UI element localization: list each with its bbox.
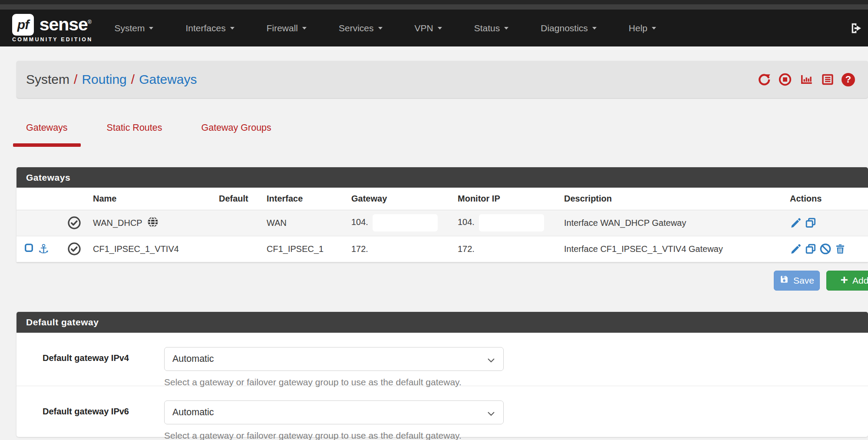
menu-services[interactable]: Services bbox=[339, 23, 383, 33]
default-gateway-ipv4-label: Default gateway IPv4 bbox=[43, 347, 158, 363]
chevron-down-icon bbox=[302, 27, 307, 30]
pfsense-logo-tile: pf bbox=[12, 14, 34, 36]
default-cell bbox=[212, 236, 260, 262]
gateways-panel-title: Gateways bbox=[17, 167, 868, 188]
menu-vpn[interactable]: VPN bbox=[415, 23, 442, 33]
chevron-down-icon bbox=[652, 27, 656, 30]
gateway-name-cell: CF1_IPSEC_1_VTIV4 bbox=[86, 236, 212, 262]
chevron-down-icon bbox=[378, 27, 383, 30]
add-button[interactable]: + Add bbox=[826, 271, 868, 291]
check-circle-icon bbox=[67, 242, 86, 256]
gateway-name-cell: WAN_DHCP bbox=[86, 210, 212, 236]
breadcrumb-system: System bbox=[26, 72, 69, 87]
tab-static-routes[interactable]: Static Routes bbox=[94, 116, 175, 147]
chevron-down-icon bbox=[438, 27, 442, 30]
interface-cell: WAN bbox=[260, 210, 344, 236]
gateways-panel: Gateways Name Default Interface Gateway … bbox=[17, 167, 868, 262]
actions-cell bbox=[783, 210, 868, 236]
breadcrumb-gateways-link[interactable]: Gateways bbox=[139, 72, 197, 87]
breadcrumb: System / Routing / Gateways bbox=[17, 61, 868, 98]
monitor-ip-cell: 104. bbox=[451, 210, 557, 236]
menu-diagnostics[interactable]: Diagnostics bbox=[541, 23, 597, 33]
menu-status[interactable]: Status bbox=[474, 23, 509, 33]
anchor-icon: ⚓ bbox=[38, 243, 49, 255]
breadcrumb-routing-link[interactable]: Routing bbox=[82, 72, 126, 87]
col-name: Name bbox=[86, 188, 212, 210]
help-icon[interactable]: ? bbox=[842, 73, 855, 86]
chevron-down-icon bbox=[149, 27, 153, 30]
monitor-ip-cell: 172. bbox=[451, 236, 557, 262]
col-row-icons bbox=[17, 188, 60, 210]
row-status-cell bbox=[60, 236, 86, 262]
default-gateway-ipv6-row: Default gateway IPv6 Automatic Select a … bbox=[17, 386, 868, 437]
tab-gateway-groups[interactable]: Gateway Groups bbox=[188, 116, 284, 147]
chevron-down-icon bbox=[504, 27, 508, 30]
interface-cell: CF1_IPSEC_1 bbox=[260, 236, 344, 262]
delete-icon[interactable] bbox=[834, 243, 846, 255]
col-gateway: Gateway bbox=[344, 188, 451, 210]
breadcrumb-actions: ? bbox=[757, 73, 855, 86]
row-status-cell bbox=[60, 210, 86, 236]
globe-icon bbox=[146, 215, 159, 231]
pfsense-gateways-page: pf sense® COMMUNITY EDITION System Inter… bbox=[0, 0, 868, 440]
tab-gateways[interactable]: Gateways bbox=[13, 116, 81, 147]
menu-interfaces[interactable]: Interfaces bbox=[185, 23, 234, 33]
menu-help[interactable]: Help bbox=[629, 23, 656, 33]
menu-firewall[interactable]: Firewall bbox=[267, 23, 307, 33]
table-actions-row: Save + Add bbox=[0, 271, 868, 291]
default-gateway-panel: Default gateway Default gateway IPv4 Aut… bbox=[17, 312, 868, 437]
menu-system[interactable]: System bbox=[114, 23, 153, 33]
logo-sense-text: sense® bbox=[40, 16, 93, 33]
refresh-icon[interactable] bbox=[757, 73, 771, 86]
routing-tabs: Gateways Static Routes Gateway Groups bbox=[13, 116, 868, 147]
square-outline-icon bbox=[23, 242, 34, 255]
disable-icon[interactable] bbox=[819, 243, 832, 255]
chevron-down-icon bbox=[592, 27, 597, 30]
chevron-down-icon bbox=[230, 27, 234, 30]
default-gateway-panel-title: Default gateway bbox=[17, 312, 868, 333]
stop-circle-icon[interactable] bbox=[778, 73, 792, 86]
description-cell: Interface CF1_IPSEC_1_VTIV4 Gateway bbox=[557, 236, 783, 262]
table-header-row: Name Default Interface Gateway Monitor I… bbox=[17, 188, 868, 210]
default-gateway-ipv4-row: Default gateway IPv4 Automatic Select a … bbox=[17, 333, 868, 386]
edit-icon[interactable] bbox=[790, 243, 802, 255]
gateway-name: WAN_DHCP bbox=[93, 218, 142, 228]
window-title-strip bbox=[0, 4, 868, 10]
default-gateway-ipv6-select[interactable]: Automatic bbox=[164, 400, 504, 424]
description-cell: Interface WAN_DHCP Gateway bbox=[557, 210, 783, 236]
logo-edition-text: COMMUNITY EDITION bbox=[12, 36, 92, 43]
plus-icon: + bbox=[841, 273, 848, 286]
col-description: Description bbox=[557, 188, 783, 210]
breadcrumb-separator: / bbox=[131, 72, 135, 87]
log-icon[interactable] bbox=[821, 73, 835, 86]
bar-chart-icon[interactable] bbox=[799, 73, 814, 86]
col-monitor-ip: Monitor IP bbox=[451, 188, 557, 210]
table-row-wan-dhcp: WAN_DHCP WAN 104. bbox=[17, 210, 868, 236]
edit-icon[interactable] bbox=[790, 217, 802, 229]
col-default: Default bbox=[212, 188, 260, 210]
copy-icon[interactable] bbox=[805, 243, 817, 255]
sign-out-icon[interactable] bbox=[850, 21, 864, 35]
registered-mark: ® bbox=[88, 19, 91, 25]
row-left-icons-cell bbox=[17, 210, 60, 236]
redacted-value bbox=[479, 214, 544, 232]
gateway-ip-cell: 104. bbox=[344, 210, 451, 236]
save-icon bbox=[779, 275, 789, 286]
check-circle-icon bbox=[67, 215, 86, 230]
default-gateway-ipv6-help: Select a gateway or failover gateway gro… bbox=[164, 430, 504, 440]
default-cell bbox=[212, 210, 260, 236]
save-button[interactable]: Save bbox=[774, 271, 820, 291]
top-navbar: pf sense® COMMUNITY EDITION System Inter… bbox=[0, 10, 868, 46]
copy-icon[interactable] bbox=[805, 217, 817, 229]
logo-pf-text: pf bbox=[17, 17, 29, 32]
actions-cell bbox=[783, 236, 868, 262]
redacted-value bbox=[373, 214, 438, 232]
main-menu: System Interfaces Firewall Services VPN … bbox=[114, 23, 656, 33]
gateways-table: Name Default Interface Gateway Monitor I… bbox=[17, 188, 868, 262]
breadcrumb-separator: / bbox=[74, 72, 77, 87]
table-row-cf1-ipsec: ⚓ CF1_IPSEC_1_VTIV4 CF1_IPSEC_1 bbox=[17, 236, 868, 262]
row-left-icons-cell: ⚓ bbox=[17, 236, 60, 262]
pfsense-logo[interactable]: pf sense® COMMUNITY EDITION bbox=[12, 14, 92, 43]
default-gateway-ipv4-select[interactable]: Automatic bbox=[164, 347, 504, 371]
col-interface: Interface bbox=[260, 188, 344, 210]
